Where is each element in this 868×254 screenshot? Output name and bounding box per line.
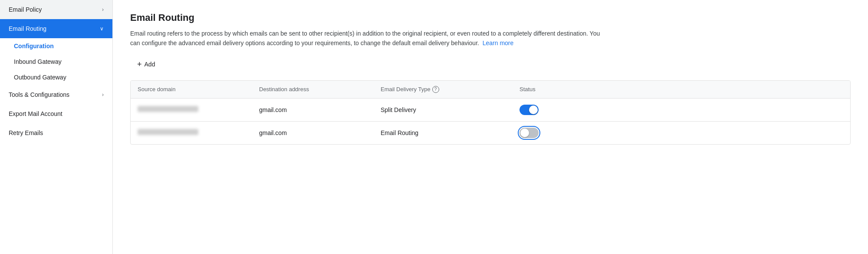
sidebar-item-outbound-gateway[interactable]: Outbound Gateway: [0, 69, 112, 85]
sidebar: Email Policy›Email Routing∨Configuration…: [0, 0, 113, 254]
table-header: Source domain Destination address Email …: [131, 81, 850, 99]
chevron-icon: ∨: [100, 26, 104, 32]
add-button[interactable]: + Add: [130, 57, 162, 72]
blurred-domain-2: [138, 129, 198, 135]
sidebar-item-email-routing[interactable]: Email Routing∨: [0, 19, 112, 38]
col-source-domain: Source domain: [131, 81, 252, 98]
routing-table: Source domain Destination address Email …: [130, 80, 851, 145]
toggle-2[interactable]: [519, 128, 539, 138]
sidebar-item-label: Email Routing: [9, 25, 46, 32]
sidebar-item-label: Export Mail Account: [9, 110, 62, 117]
col-destination-address: Destination address: [252, 81, 374, 98]
cell-source-domain-2: [131, 123, 252, 142]
sidebar-item-configuration[interactable]: Configuration: [0, 38, 112, 54]
delivery-type-help-icon[interactable]: ?: [432, 86, 439, 93]
toggle-wrapper-1: [519, 105, 575, 115]
cell-destination-2: gmail.com: [252, 123, 374, 142]
sidebar-item-label: Retry Emails: [9, 129, 43, 136]
toggle-thumb-2: [520, 129, 529, 137]
sidebar-item-export-mail-account[interactable]: Export Mail Account: [0, 104, 112, 123]
sidebar-item-inbound-gateway[interactable]: Inbound Gateway: [0, 54, 112, 69]
sidebar-item-tools-configurations[interactable]: Tools & Configurations›: [0, 85, 112, 104]
blurred-domain-1: [138, 106, 198, 112]
sidebar-item-retry-emails[interactable]: Retry Emails: [0, 123, 112, 142]
page-description-text: Email routing refers to the process by w…: [130, 30, 600, 46]
sidebar-item-label: Email Policy: [9, 6, 42, 13]
main-content: Email Routing Email routing refers to th…: [113, 0, 868, 254]
cell-status-1: [513, 99, 582, 121]
cell-destination-1: gmail.com: [252, 100, 374, 119]
sidebar-item-label: Inbound Gateway: [14, 58, 62, 65]
cell-delivery-type-1: Split Delivery: [374, 100, 513, 119]
toggle-thumb-1: [529, 106, 538, 114]
chevron-icon: ›: [102, 92, 104, 98]
page-title: Email Routing: [130, 12, 851, 23]
sidebar-item-label: Outbound Gateway: [14, 74, 66, 81]
sidebar-item-email-policy[interactable]: Email Policy›: [0, 0, 112, 19]
toggle-1[interactable]: [519, 105, 539, 115]
cell-status-2: [513, 122, 582, 144]
cell-delivery-type-2: Email Routing: [374, 123, 513, 142]
add-button-label: Add: [145, 61, 155, 68]
add-plus-icon: +: [137, 60, 142, 68]
chevron-icon: ›: [102, 7, 104, 13]
sidebar-item-label: Tools & Configurations: [9, 91, 69, 98]
sidebar-item-label: Configuration: [14, 43, 54, 49]
col-email-delivery-type: Email Delivery Type ?: [374, 81, 513, 98]
col-status: Status: [513, 81, 582, 98]
cell-source-domain-1: [131, 100, 252, 119]
table-row: gmail.com Split Delivery: [131, 99, 850, 122]
table-row: gmail.com Email Routing: [131, 122, 850, 144]
page-description: Email routing refers to the process by w…: [130, 29, 608, 48]
learn-more-link[interactable]: Learn more: [483, 40, 514, 46]
toggle-wrapper-2: [519, 128, 575, 138]
